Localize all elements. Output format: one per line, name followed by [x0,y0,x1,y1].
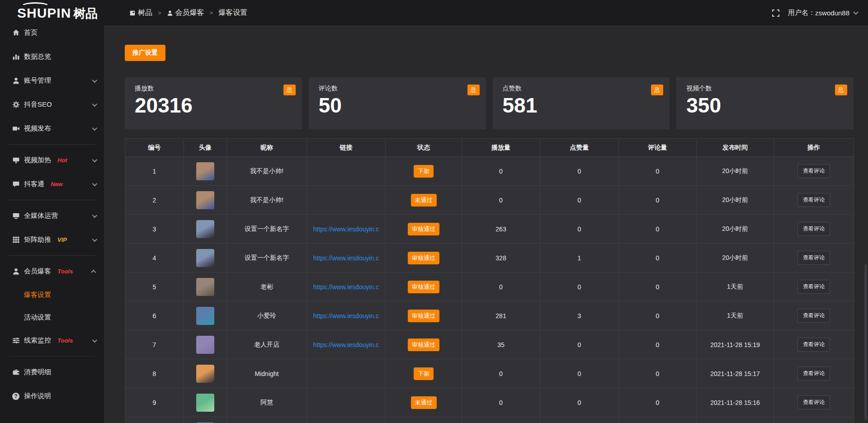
stat-label: 点赞数 [503,85,660,93]
sidebar-item-label: 首页 [24,28,38,37]
sidebar-item-account-mgmt[interactable]: 账号管理 [0,69,104,93]
breadcrumb-item-member-baoke[interactable]: 会员爆客 [167,8,204,18]
video-link[interactable]: https://www.iesdouyin.c [313,283,379,291]
col-header-link: 链接 [307,139,386,157]
cell-nickname: 我不是小帅! [227,157,307,186]
cell-comments: 0 [619,244,697,273]
cell-id: 9 [125,388,184,417]
topbar: 树品 > 会员爆客 > 爆客设置 用户名： zswodun88 [104,0,868,26]
sidebar-item-douyin-seo[interactable]: 抖音SEO [0,93,104,117]
cell-avatar [184,186,227,215]
cell-likes: 0 [540,330,619,359]
cell-plays [462,417,540,423]
view-comments-button[interactable]: 查看评论 [797,367,830,381]
promo-settings-button[interactable]: 推广设置 [125,45,165,61]
stat-card-plays: 播放数 20316 总 [125,77,302,129]
sidebar-item-label: 抖客通 [24,180,44,188]
sidebar-item-instructions[interactable]: ? 操作说明 [0,384,104,408]
cell-actions: 查看评论 [774,388,854,417]
cell-actions: 查看评论 [774,186,854,215]
view-comments-button[interactable]: 查看评论 [797,193,830,207]
table-row: 5 老彬 https://www.iesdouyin.c 审核通过 0 0 0 … [125,273,854,301]
chevron-down-icon [853,9,858,14]
sidebar-item-matrix-boost[interactable]: 矩阵助推 VIP [0,228,104,252]
total-badge: 总 [835,85,847,95]
cell-status [386,417,462,423]
breadcrumb-separator: > [210,9,213,16]
videos-table: 编号 头像 昵称 链接 状态 播放量 点赞量 评论量 发布时间 操作 1 我不是… [125,138,854,423]
sidebar-item-label: 矩阵助推 [24,235,51,244]
view-comments-button[interactable]: 查看评论 [797,395,830,409]
video-link[interactable]: https://www.iesdouyin.c [313,254,379,262]
breadcrumb-item-home[interactable]: 树品 [129,8,152,18]
table-header-row: 编号 头像 昵称 链接 状态 播放量 点赞量 评论量 发布时间 操作 [125,139,854,157]
cell-nickname: 小爱玲 [227,301,307,330]
sidebar-item-douketong[interactable]: 抖客通 New [0,172,104,196]
cell-actions: 查看评论 [774,244,854,273]
video-link[interactable]: https://www.iesdouyin.c [313,226,379,233]
col-header-publish-time: 发布时间 [697,139,774,157]
cell-id: 6 [125,301,184,330]
cell-plays: 328 [462,244,540,273]
user-menu[interactable]: 用户名： zswodun88 [788,9,857,17]
table-row: 7 老人开店 https://www.iesdouyin.c 审核通过 35 0… [125,330,854,359]
cell-plays: 0 [462,359,540,388]
cell-plays: 0 [462,186,540,215]
video-link[interactable]: https://www.iesdouyin.c [313,341,379,348]
cell-actions: 查看评论 [774,273,854,301]
cell-nickname [227,417,307,423]
cell-status: 未通过 [386,388,462,417]
cell-avatar [184,215,227,244]
sidebar-subitem-baoke-settings[interactable]: 爆客设置 [0,283,104,306]
monitor-icon [12,212,20,220]
cell-avatar [184,388,227,417]
view-comments-button[interactable]: 查看评论 [797,164,830,178]
cell-publish-time: 2021-11-28 15:19 [697,330,774,359]
cell-publish-time: 20小时前 [697,215,774,244]
view-comments-button[interactable]: 查看评论 [797,222,830,236]
cell-status: 审核通过 [386,301,462,330]
wallet-icon [12,368,20,376]
stat-value: 350 [686,94,844,116]
view-comments-button[interactable]: 查看评论 [797,251,830,265]
sidebar-item-clue-monitor[interactable]: 线索监控 Tools [0,329,104,352]
stat-value: 50 [319,94,476,116]
cell-likes: 0 [540,186,619,215]
sidebar-item-video-publish[interactable]: 视频发布 [0,117,104,141]
stat-card-videos: 视频个数 350 总 [676,77,854,129]
sidebar-item-member-baoke[interactable]: 会员爆客 Tools [0,259,104,283]
view-comments-button[interactable]: 查看评论 [797,280,830,294]
vertical-scrollbar[interactable] [864,264,867,420]
sidebar-item-consumption-detail[interactable]: 消费明细 [0,360,104,384]
sidebar-item-label: 抖音SEO [24,100,52,109]
grid-icon [12,236,20,244]
col-header-status: 状态 [386,139,462,157]
sliders-icon [12,337,20,345]
sidebar-item-data-overview[interactable]: 数据总览 [0,45,104,69]
sidebar-subitem-activity-settings[interactable]: 活动设置 [0,306,104,329]
cell-likes: 0 [540,157,619,186]
logo-arc-decoration [21,2,50,10]
status-badge: 下架 [414,367,434,380]
fullscreen-button[interactable] [772,9,780,17]
view-comments-button[interactable]: 查看评论 [797,338,830,352]
breadcrumb: 树品 > 会员爆客 > 爆客设置 [129,8,247,18]
stat-label: 视频个数 [686,85,844,93]
cell-publish-time: 20小时前 [697,157,774,186]
sidebar-item-video-heat[interactable]: 视频加热 Hot [0,148,104,172]
question-icon: ? [12,392,20,400]
stat-value: 581 [503,94,660,116]
total-badge: 总 [283,85,296,95]
cell-link: https://www.iesdouyin.c [307,301,386,330]
sidebar-item-label: 消费明细 [24,368,51,376]
menu-divider [8,144,96,145]
cell-likes: 0 [540,215,619,244]
sidebar-item-home[interactable]: 首页 [0,21,104,45]
sidebar-item-all-media[interactable]: 全媒体运营 [0,204,104,228]
chevron-down-icon [92,157,97,162]
view-comments-button[interactable]: 查看评论 [797,309,830,323]
page-title: 爆客设置 [218,8,247,18]
avatar [196,220,214,238]
cell-plays: 35 [462,330,540,359]
video-link[interactable]: https://www.iesdouyin.c [313,312,379,320]
